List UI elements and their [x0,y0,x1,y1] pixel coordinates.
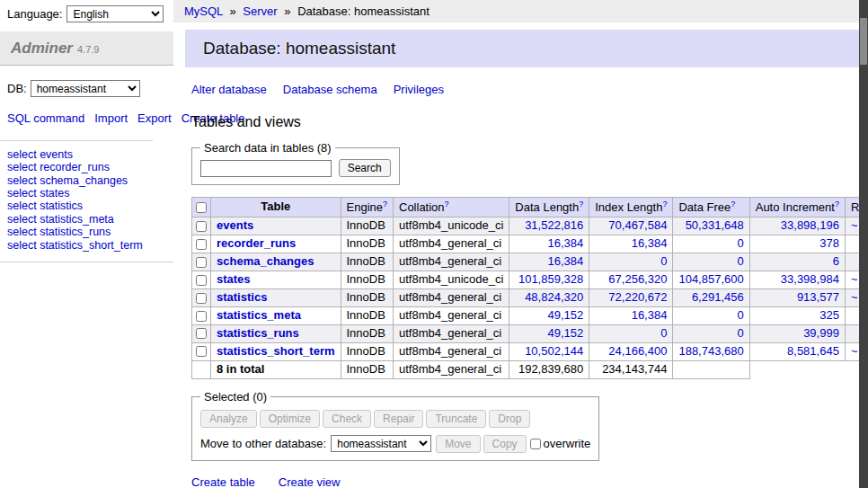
repair-button[interactable]: Repair [374,410,423,428]
data-free-link[interactable]: 104,857,600 [678,272,743,286]
table-name-link[interactable]: states [217,272,251,286]
auto-increment-link[interactable]: 6 [833,254,839,268]
column-hint-link[interactable]: ? [579,200,583,209]
selected-fieldset: Selected (0) AnalyzeOptimizeCheckRepairT… [191,390,599,461]
check-button[interactable]: Check [323,410,371,428]
column-hint-link[interactable]: ? [835,200,839,209]
data-free-link[interactable]: 50,331,648 [686,218,744,232]
select-all-checkbox[interactable] [196,202,207,213]
copy-button[interactable]: Copy [483,435,527,453]
column-hint-link[interactable]: ? [731,200,735,209]
index-length-link[interactable]: 0 [660,326,667,340]
sidebar-menu-link[interactable]: SQL command [7,111,84,125]
overwrite-checkbox[interactable] [530,439,541,449]
sidebar-menu-link[interactable]: Export [137,111,172,125]
row-checkbox[interactable] [196,346,207,357]
column-hint-link[interactable]: ? [383,200,387,209]
create-link[interactable]: Create table [191,475,255,488]
auto-increment-link[interactable]: 325 [819,308,839,322]
index-length-link[interactable]: 72,220,672 [608,290,667,304]
index-length-link[interactable]: 16,384 [632,308,668,322]
breadcrumb-mysql-link[interactable]: MySQL [184,4,223,18]
auto-increment-link[interactable]: 913,577 [797,290,839,304]
table-name-link[interactable]: events [217,218,253,232]
index-length-link[interactable]: 67,256,320 [608,272,667,286]
data-free-link[interactable]: 0 [737,254,743,268]
data-free-link[interactable]: 0 [737,308,743,322]
data-free-link[interactable]: 0 [737,236,743,250]
index-length-link[interactable]: 70,467,584 [608,218,667,232]
row-checkbox[interactable] [196,221,207,232]
column-hint-link[interactable]: ? [835,200,839,209]
auto-increment-link[interactable]: 39,999 [803,326,839,340]
data-length-link[interactable]: 101,859,328 [518,272,583,286]
auto-increment-link[interactable]: 33,898,196 [781,218,839,232]
data-length-link[interactable]: 10,502,144 [525,344,583,358]
column-hint-link[interactable]: ? [445,200,449,209]
sidebar-table-link[interactable]: select statistics_short_term [7,239,166,252]
sidebar-table-link[interactable]: select schema_changes [7,174,166,187]
auto-increment-cell: 39,999 [749,324,845,342]
sidebar-table-link[interactable]: select statistics_meta [7,213,166,226]
table-row: statistics_short_termInnoDButf8mb4_gener… [192,342,868,360]
database-nav-link[interactable]: Privileges [394,83,444,96]
table-name-link[interactable]: statistics_meta [217,308,301,322]
data-free-link[interactable]: 188,743,680 [678,344,743,358]
optimize-button[interactable]: Optimize [260,410,320,428]
scrollbar[interactable] [859,0,868,488]
database-nav-link[interactable]: Database schema [283,83,377,96]
db-select[interactable]: homeassistant [31,80,140,97]
data-length-link[interactable]: 49,152 [547,326,583,340]
sidebar-table-link[interactable]: select states [7,187,166,200]
adminer-logo-link[interactable]: Adminer [11,40,73,57]
index-length-link[interactable]: 24,166,400 [608,344,667,358]
drop-button[interactable]: Drop [489,410,530,428]
column-hint-link[interactable]: ? [579,200,583,209]
column-hint-link[interactable]: ? [383,200,387,209]
table-name-link[interactable]: schema_changes [217,254,314,268]
table-name-link[interactable]: recorder_runs [217,236,296,250]
scrollbar-thumb[interactable] [860,18,867,65]
row-checkbox[interactable] [196,328,207,339]
move-button[interactable]: Move [436,435,480,453]
auto-increment-link[interactable]: 33,398,984 [781,272,839,286]
row-checkbox[interactable] [196,239,207,250]
sidebar-table-link[interactable]: select statistics [7,200,166,213]
sidebar-table-link[interactable]: select events [7,148,166,161]
index-length-link[interactable]: 0 [660,254,667,268]
column-hint-link[interactable]: ? [731,200,735,209]
column-hint-link[interactable]: ? [662,200,667,209]
index-length-link[interactable]: 16,384 [632,236,668,250]
row-checkbox[interactable] [196,257,207,268]
create-link[interactable]: Create view [279,475,341,488]
data-length-link[interactable]: 16,384 [547,236,583,250]
totals-collation-cell: utf8mb4_general_ci [394,360,509,378]
table-search-input[interactable] [200,160,332,177]
row-checkbox[interactable] [196,311,207,322]
breadcrumb-server-link[interactable]: Server [243,4,277,18]
row-checkbox[interactable] [196,275,207,286]
data-free-link[interactable]: 0 [737,326,743,340]
language-select[interactable]: English [66,5,164,22]
sidebar-table-link[interactable]: select recorder_runs [7,162,166,174]
search-button[interactable]: Search [339,159,391,177]
row-checkbox[interactable] [196,293,207,304]
data-length-link[interactable]: 49,152 [547,308,583,322]
truncate-button[interactable]: Truncate [426,410,486,428]
data-length-link[interactable]: 16,384 [547,254,583,268]
column-hint-link[interactable]: ? [445,200,449,209]
sidebar-table-link[interactable]: select statistics_runs [7,226,166,239]
move-db-select[interactable]: homeassistant [331,435,431,452]
table-name-link[interactable]: statistics_short_term [217,344,335,358]
analyze-button[interactable]: Analyze [200,410,257,428]
auto-increment-link[interactable]: 378 [819,236,839,250]
data-length-link[interactable]: 31,522,816 [525,218,583,232]
data-length-link[interactable]: 48,824,320 [525,290,583,304]
column-hint-link[interactable]: ? [662,200,667,209]
auto-increment-link[interactable]: 8,581,645 [787,344,839,358]
table-name-link[interactable]: statistics_runs [217,326,299,340]
table-name-link[interactable]: statistics [217,290,267,304]
sidebar-menu-link[interactable]: Import [94,111,128,125]
database-nav-link[interactable]: Alter database [191,83,267,96]
data-free-link[interactable]: 6,291,456 [692,290,744,304]
